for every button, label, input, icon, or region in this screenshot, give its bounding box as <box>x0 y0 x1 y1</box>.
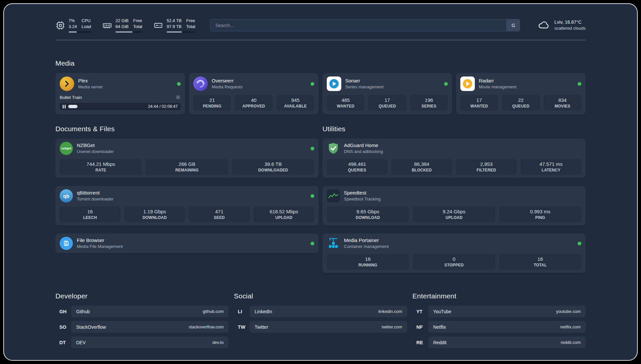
plex-card[interactable]: Plex Media server Bullet Train <box>55 73 185 114</box>
player-progress-fill <box>68 105 77 108</box>
stat-label: REMAINING <box>147 168 227 172</box>
documents-section-title: Documents & Files <box>55 125 319 133</box>
stat-value: 47.571 ms <box>522 161 580 167</box>
nzbget-card[interactable]: nzbget NZBGet Usenet downloader 744.21 M… <box>55 138 319 178</box>
bookmark-name: Netflix <box>433 324 446 330</box>
bookmark-abbr: RE <box>412 340 428 345</box>
cloud-icon <box>535 19 550 32</box>
filebrowser-card[interactable]: File Browser Media File Management <box>55 233 319 253</box>
section-developer: Developer GH Github github.com SO StackO… <box>55 292 229 348</box>
cpu-load-value: 3.24 <box>69 24 77 30</box>
plex-name: Plex <box>78 77 103 84</box>
nzbget-description: Usenet downloader <box>77 149 114 155</box>
portainer-card[interactable]: Media Portainer Container management 16 … <box>322 233 586 273</box>
stat-label: MOVIES <box>545 104 580 108</box>
bookmark-abbr: LI <box>234 309 250 314</box>
stat-label: SEED <box>190 215 248 220</box>
stat-label: WANTED <box>462 104 497 108</box>
speedtest-chart-icon <box>327 189 340 202</box>
bookmark-name: Github <box>76 309 90 314</box>
bookmark-row: LI LinkedIn linkedin.com <box>234 306 407 317</box>
radarr-description: Movie management <box>479 84 516 90</box>
ram-caption-bottom: Total <box>133 24 142 30</box>
bookmark-link-twitter[interactable]: Twitter twitter.com <box>250 321 407 333</box>
sonarr-name: Sonarr <box>345 77 383 84</box>
stat-box: 744.21 Mbps RATE <box>60 159 142 175</box>
qbittorrent-status-dot <box>311 194 314 198</box>
overseerr-card[interactable]: Overseerr Media Requests 21 PENDING 40 A… <box>189 73 319 114</box>
stat-value: 0 <box>414 256 494 262</box>
stat-box: 40 APPROVED <box>235 95 272 111</box>
stat-label: QUEUED <box>370 104 405 108</box>
bookmark-abbr: YT <box>412 309 428 314</box>
bookmark-url: stackoverflow.com <box>189 324 224 329</box>
bookmark-link-github[interactable]: Github github.com <box>71 306 229 317</box>
bookmark-link-youtube[interactable]: YouTube youtube.com <box>428 306 586 317</box>
adguard-name: AdGuard Home <box>344 142 383 149</box>
stat-value: 86,384 <box>393 161 451 167</box>
qbittorrent-icon-text: qb <box>63 193 69 199</box>
stat-label: FILTERED <box>457 168 515 172</box>
stat-box: 9.65 Gbps DOWNLOAD <box>327 206 409 222</box>
bookmark-row: SO StackOverflow stackoverflow.com <box>55 321 229 333</box>
stat-label: AVAILABLE <box>278 104 313 108</box>
ram-progress-fill <box>115 31 133 33</box>
bookmark-abbr: SO <box>55 324 71 330</box>
cpu-icon <box>55 20 65 30</box>
qbittorrent-card[interactable]: qb qBittorrent Torrent downloader 16 LEE… <box>55 186 319 226</box>
stat-label: DOWNLOADED <box>233 168 313 172</box>
bookmark-name: Reddit <box>433 340 446 345</box>
filebrowser-status-dot <box>311 242 314 245</box>
bookmark-link-stackoverflow[interactable]: StackOverflow stackoverflow.com <box>71 321 229 333</box>
plex-icon <box>60 76 74 91</box>
bookmark-row: GH Github github.com <box>55 306 229 317</box>
radarr-card[interactable]: Radarr Movie management 17 WANTED 22 QUE… <box>456 73 586 114</box>
stat-label: LEECH <box>61 215 119 220</box>
stat-value: 16 <box>328 256 408 262</box>
speedtest-card[interactable]: Speedtest Speedtest Tracking 9.65 Gbps D… <box>322 186 586 226</box>
bookmark-row: RE Reddit reddit.com <box>412 337 586 348</box>
stat-label: PING <box>501 215 580 220</box>
utilities-section-title: Utilities <box>322 125 586 133</box>
nzbget-status-dot <box>311 147 314 150</box>
now-playing-title: Bullet Train <box>60 95 82 100</box>
topbar: 7% 3.24 CPU Load <box>55 18 586 33</box>
player-time: 24:44 / 02:06:47 <box>148 104 178 109</box>
portainer-name: Media Portainer <box>344 237 389 244</box>
ram-total-value: 64 GiB <box>115 24 129 30</box>
stat-box: 196 SERIES <box>410 95 448 111</box>
stat-label: TOTAL <box>501 263 580 267</box>
cpu-progress-fill <box>69 31 77 33</box>
section-documents: Documents & Files nzbget NZBGet Usenet d… <box>55 125 319 253</box>
search-input[interactable] <box>211 19 506 31</box>
gear-icon[interactable] <box>175 95 181 100</box>
bookmark-abbr: TW <box>234 324 250 330</box>
plex-description: Media server <box>78 84 103 90</box>
stat-label: PENDING <box>195 104 229 108</box>
adguard-card[interactable]: AdGuard Home DNS and adblocking 498,461 … <box>322 138 586 178</box>
stat-value: 834 <box>545 97 580 103</box>
overseerr-status-dot <box>311 82 314 86</box>
bookmark-row: YT YouTube youtube.com <box>412 306 586 317</box>
adguard-shield-icon <box>327 142 340 155</box>
bookmark-link-netflix[interactable]: Netflix netflix.com <box>428 321 586 333</box>
bookmark-link-linkedin[interactable]: LinkedIn linkedin.com <box>250 306 407 317</box>
search-engine-button[interactable]: G <box>506 19 520 31</box>
stat-box: 834 MOVIES <box>544 95 581 111</box>
player-seek-bar[interactable]: 24:44 / 02:06:47 <box>60 103 181 110</box>
stat-value: 1.19 Gbps <box>126 209 184 214</box>
topbar-divider <box>55 40 586 40</box>
stat-value: 16 <box>501 256 580 262</box>
screen-frame: 7% 3.24 CPU Load <box>0 0 641 364</box>
dashboard-panel: 7% 3.24 CPU Load <box>3 3 638 361</box>
disk-caption-top: Free <box>186 18 195 24</box>
stat-value: 0.993 ms <box>501 209 580 214</box>
section-social: Social LI LinkedIn linkedin.com TW Twitt… <box>234 292 407 333</box>
weather-location: Lviv, 16.87°C <box>554 19 586 25</box>
bookmark-link-reddit[interactable]: Reddit reddit.com <box>428 337 586 348</box>
sonarr-card[interactable]: Sonarr Series management 485 WANTED 17 Q… <box>322 73 452 114</box>
social-section-title: Social <box>234 292 407 300</box>
stat-box: 17 WANTED <box>460 95 498 111</box>
bookmark-link-dev[interactable]: DEV dev.to <box>71 337 229 348</box>
pause-icon[interactable] <box>63 105 66 108</box>
